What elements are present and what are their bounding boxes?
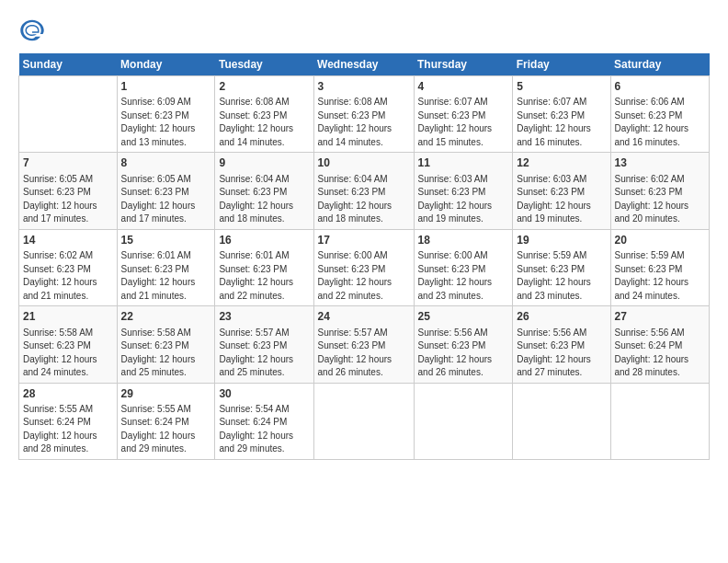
table-row [513, 383, 610, 459]
table-row: 3Sunrise: 6:08 AMSunset: 6:23 PMDaylight… [313, 76, 414, 153]
week-row-5: 28Sunrise: 5:55 AMSunset: 6:24 PMDayligh… [19, 383, 710, 459]
table-row: 6Sunrise: 6:06 AMSunset: 6:23 PMDaylight… [610, 76, 710, 153]
table-row [414, 383, 513, 459]
logo-icon [18, 17, 46, 44]
week-row-3: 14Sunrise: 6:02 AMSunset: 6:23 PMDayligh… [19, 229, 710, 305]
header-cell-friday: Friday [513, 53, 610, 76]
day-number: 14 [23, 233, 113, 248]
header-cell-tuesday: Tuesday [215, 53, 313, 76]
table-row: 21Sunrise: 5:58 AMSunset: 6:23 PMDayligh… [19, 306, 118, 383]
week-row-4: 21Sunrise: 5:58 AMSunset: 6:23 PMDayligh… [19, 306, 710, 383]
table-row [19, 76, 118, 153]
day-number: 22 [121, 309, 211, 325]
day-number: 6 [615, 79, 706, 95]
day-number: 27 [615, 309, 706, 325]
day-number: 26 [517, 309, 606, 325]
day-number: 24 [318, 309, 410, 325]
day-number: 23 [219, 309, 309, 325]
day-number: 15 [121, 233, 211, 248]
day-number: 29 [121, 386, 211, 402]
table-row: 10Sunrise: 6:04 AMSunset: 6:23 PMDayligh… [313, 153, 414, 229]
table-row: 26Sunrise: 5:56 AMSunset: 6:23 PMDayligh… [513, 306, 610, 383]
day-number: 10 [318, 155, 410, 171]
day-number: 28 [23, 386, 113, 402]
header-cell-monday: Monday [117, 53, 215, 76]
table-row: 27Sunrise: 5:56 AMSunset: 6:24 PMDayligh… [610, 306, 710, 383]
day-number: 1 [121, 79, 211, 95]
day-number: 8 [121, 155, 211, 171]
day-number: 16 [219, 233, 309, 248]
day-number: 5 [517, 79, 606, 95]
day-number: 4 [418, 79, 509, 95]
day-number: 17 [318, 233, 410, 248]
table-row [313, 383, 414, 459]
week-row-2: 7Sunrise: 6:05 AMSunset: 6:23 PMDaylight… [19, 153, 710, 229]
calendar-body: 1Sunrise: 6:09 AMSunset: 6:23 PMDaylight… [19, 76, 710, 460]
day-number: 21 [23, 309, 113, 325]
day-number: 20 [615, 233, 706, 248]
table-row: 29Sunrise: 5:55 AMSunset: 6:24 PMDayligh… [117, 383, 215, 459]
day-number: 30 [219, 386, 309, 402]
header [18, 17, 710, 44]
table-row: 15Sunrise: 6:01 AMSunset: 6:23 PMDayligh… [117, 229, 215, 305]
table-row: 5Sunrise: 6:07 AMSunset: 6:23 PMDaylight… [513, 76, 610, 153]
table-row: 17Sunrise: 6:00 AMSunset: 6:23 PMDayligh… [313, 229, 414, 305]
page: SundayMondayTuesdayWednesdayThursdayFrid… [0, 0, 728, 563]
table-row: 1Sunrise: 6:09 AMSunset: 6:23 PMDaylight… [117, 76, 215, 153]
table-row: 14Sunrise: 6:02 AMSunset: 6:23 PMDayligh… [19, 229, 118, 305]
table-header: SundayMondayTuesdayWednesdayThursdayFrid… [19, 53, 710, 76]
table-row: 18Sunrise: 6:00 AMSunset: 6:23 PMDayligh… [414, 229, 513, 305]
table-row: 11Sunrise: 6:03 AMSunset: 6:23 PMDayligh… [414, 153, 513, 229]
logo [18, 17, 49, 44]
day-number: 11 [418, 155, 509, 171]
header-cell-thursday: Thursday [414, 53, 513, 76]
table-row: 2Sunrise: 6:08 AMSunset: 6:23 PMDaylight… [215, 76, 313, 153]
header-cell-saturday: Saturday [610, 53, 710, 76]
day-number: 7 [23, 155, 113, 171]
header-row: SundayMondayTuesdayWednesdayThursdayFrid… [19, 53, 710, 76]
day-number: 19 [517, 233, 606, 248]
day-number: 2 [219, 79, 309, 95]
day-number: 13 [615, 155, 706, 171]
header-cell-sunday: Sunday [19, 53, 118, 76]
table-row: 20Sunrise: 5:59 AMSunset: 6:23 PMDayligh… [610, 229, 710, 305]
table-row: 13Sunrise: 6:02 AMSunset: 6:23 PMDayligh… [610, 153, 710, 229]
week-row-1: 1Sunrise: 6:09 AMSunset: 6:23 PMDaylight… [19, 76, 710, 153]
day-number: 12 [517, 155, 606, 171]
day-number: 25 [418, 309, 509, 325]
calendar-table: SundayMondayTuesdayWednesdayThursdayFrid… [18, 53, 710, 460]
table-row [610, 383, 710, 459]
table-row: 8Sunrise: 6:05 AMSunset: 6:23 PMDaylight… [117, 153, 215, 229]
table-row: 16Sunrise: 6:01 AMSunset: 6:23 PMDayligh… [215, 229, 313, 305]
day-number: 9 [219, 155, 309, 171]
table-row: 9Sunrise: 6:04 AMSunset: 6:23 PMDaylight… [215, 153, 313, 229]
table-row: 30Sunrise: 5:54 AMSunset: 6:24 PMDayligh… [215, 383, 313, 459]
table-row: 23Sunrise: 5:57 AMSunset: 6:23 PMDayligh… [215, 306, 313, 383]
table-row: 28Sunrise: 5:55 AMSunset: 6:24 PMDayligh… [19, 383, 118, 459]
table-row: 7Sunrise: 6:05 AMSunset: 6:23 PMDaylight… [19, 153, 118, 229]
table-row: 19Sunrise: 5:59 AMSunset: 6:23 PMDayligh… [513, 229, 610, 305]
table-row: 22Sunrise: 5:58 AMSunset: 6:23 PMDayligh… [117, 306, 215, 383]
header-cell-wednesday: Wednesday [313, 53, 414, 76]
table-row: 24Sunrise: 5:57 AMSunset: 6:23 PMDayligh… [313, 306, 414, 383]
day-number: 3 [318, 79, 410, 95]
table-row: 25Sunrise: 5:56 AMSunset: 6:23 PMDayligh… [414, 306, 513, 383]
table-row: 12Sunrise: 6:03 AMSunset: 6:23 PMDayligh… [513, 153, 610, 229]
table-row: 4Sunrise: 6:07 AMSunset: 6:23 PMDaylight… [414, 76, 513, 153]
day-number: 18 [418, 233, 509, 248]
